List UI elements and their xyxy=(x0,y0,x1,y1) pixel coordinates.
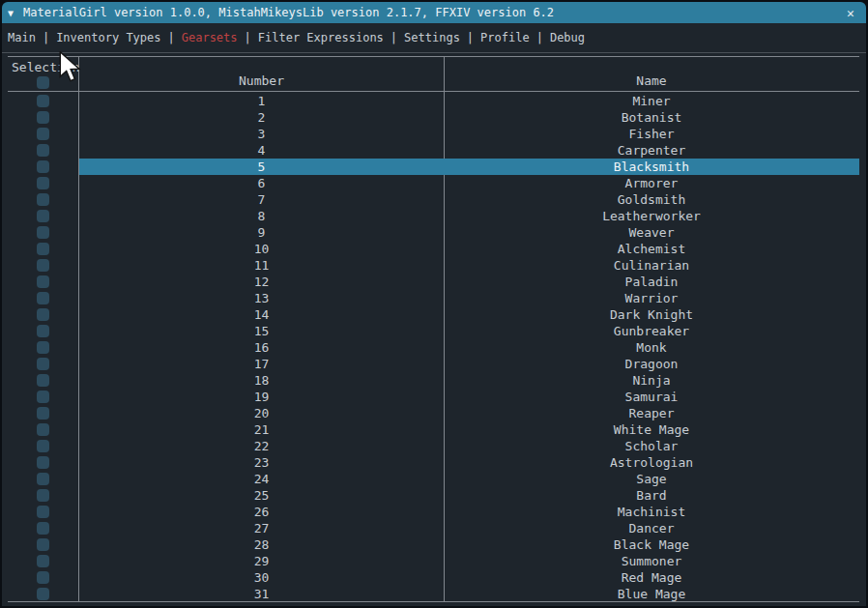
menu-item-filter-expressions[interactable]: Filter Expressions xyxy=(258,31,384,44)
row-checkbox[interactable] xyxy=(37,95,49,107)
row-checkbox[interactable] xyxy=(37,489,49,502)
row-checkbox[interactable] xyxy=(37,177,49,189)
row-number: 16 xyxy=(79,339,444,356)
row-number: 26 xyxy=(79,504,444,520)
table-row[interactable]: 27 Dancer xyxy=(8,520,859,536)
table-row[interactable]: 12 Paladin xyxy=(8,274,859,290)
menu-separator xyxy=(2,52,866,53)
row-checkbox[interactable] xyxy=(37,128,49,140)
close-icon[interactable]: ✕ xyxy=(843,6,858,20)
menu-item-debug[interactable]: Debug xyxy=(550,31,585,44)
table-row[interactable]: 14 Dark Knight xyxy=(8,306,859,323)
row-checkbox[interactable] xyxy=(37,506,49,518)
row-checkbox[interactable] xyxy=(37,440,49,452)
menu-divider: | xyxy=(536,31,543,44)
table-row[interactable]: 25 Bard xyxy=(8,487,859,504)
table-row[interactable]: 28 Black Mage xyxy=(8,536,859,553)
row-name: Dancer xyxy=(444,520,859,536)
row-checkbox[interactable] xyxy=(37,243,49,255)
table-row[interactable]: 11 Culinarian xyxy=(8,257,859,274)
row-checkbox[interactable] xyxy=(37,358,49,370)
row-number: 6 xyxy=(79,175,444,191)
row-checkbox[interactable] xyxy=(37,341,49,354)
table-row[interactable]: 8 Leatherworker xyxy=(8,208,859,224)
row-checkbox[interactable] xyxy=(37,275,49,288)
table-row[interactable]: 18 Ninja xyxy=(8,372,859,389)
table-row[interactable]: 4 Carpenter xyxy=(8,142,859,159)
plugin-window: ▼ MaterialGirl version 1.0.0, MistahMike… xyxy=(2,2,866,606)
row-checkbox[interactable] xyxy=(37,226,49,239)
table-row[interactable]: 13 Warrior xyxy=(8,290,859,306)
row-checkbox[interactable] xyxy=(37,423,49,436)
table-row[interactable]: 5 Blacksmith xyxy=(8,159,859,175)
row-checkbox[interactable] xyxy=(37,522,49,535)
table-row[interactable]: 6 Armorer xyxy=(8,175,859,191)
name-column-header[interactable]: Name xyxy=(444,73,859,88)
table-row[interactable]: 19 Samurai xyxy=(8,389,859,405)
collapse-arrow-icon[interactable]: ▼ xyxy=(8,8,23,18)
table-row[interactable]: 10 Alchemist xyxy=(8,241,859,257)
table-row[interactable]: 30 Red Mage xyxy=(8,569,859,586)
row-name: Dragoon xyxy=(444,356,859,372)
menu-item-gearsets[interactable]: Gearsets xyxy=(182,31,238,44)
table-row[interactable]: 24 Sage xyxy=(8,471,859,487)
row-checkbox[interactable] xyxy=(37,571,49,584)
row-checkbox[interactable] xyxy=(37,473,49,485)
menu-item-inventory-types[interactable]: Inventory Types xyxy=(56,31,160,44)
row-number: 11 xyxy=(79,257,444,274)
row-number: 25 xyxy=(79,487,444,504)
menu-item-settings[interactable]: Settings xyxy=(404,31,460,44)
row-number: 23 xyxy=(79,454,444,471)
row-number: 29 xyxy=(79,553,444,569)
select-all-checkbox[interactable] xyxy=(37,76,49,89)
title-bar[interactable]: ▼ MaterialGirl version 1.0.0, MistahMike… xyxy=(2,2,866,23)
table-row[interactable]: 29 Summoner xyxy=(8,553,859,569)
row-name: Bard xyxy=(444,487,859,504)
row-name: Alchemist xyxy=(444,241,859,257)
table-row[interactable]: 16 Monk xyxy=(8,339,859,356)
table-row[interactable]: 23 Astrologian xyxy=(8,454,859,471)
row-checkbox[interactable] xyxy=(37,292,49,304)
table-row[interactable]: 22 Scholar xyxy=(8,438,859,454)
row-checkbox[interactable] xyxy=(37,193,49,206)
table-row[interactable]: 31 Blue Mage xyxy=(8,586,859,602)
table-row[interactable]: 15 Gunbreaker xyxy=(8,323,859,339)
table-row[interactable]: 9 Weaver xyxy=(8,224,859,241)
row-checkbox[interactable] xyxy=(37,555,49,567)
menu-item-main[interactable]: Main xyxy=(8,31,36,44)
row-checkbox[interactable] xyxy=(37,160,49,173)
row-checkbox[interactable] xyxy=(37,374,49,387)
menu-item-profile[interactable]: Profile xyxy=(480,31,530,44)
row-number: 3 xyxy=(79,126,444,142)
table-row[interactable]: 3 Fisher xyxy=(8,126,859,142)
row-checkbox[interactable] xyxy=(37,210,49,222)
row-checkbox[interactable] xyxy=(37,308,49,321)
row-checkbox[interactable] xyxy=(37,144,49,157)
row-name: White Mage xyxy=(444,421,859,438)
row-number: 17 xyxy=(79,356,444,372)
table-row[interactable]: 2 Botanist xyxy=(8,109,859,126)
menu-bar: Main | Inventory Types | Gearsets | Filt… xyxy=(2,23,866,52)
table-row[interactable]: 21 White Mage xyxy=(8,421,859,438)
row-checkbox[interactable] xyxy=(37,259,49,272)
row-number: 15 xyxy=(79,323,444,339)
table-row[interactable]: 7 Goldsmith xyxy=(8,191,859,208)
row-number: 18 xyxy=(79,372,444,389)
row-checkbox[interactable] xyxy=(37,456,49,469)
row-checkbox[interactable] xyxy=(37,407,49,420)
gearsets-table: Selection Number Name 1 Miner 2 Botanist… xyxy=(8,56,859,602)
row-checkbox[interactable] xyxy=(37,325,49,337)
row-checkbox[interactable] xyxy=(37,538,49,551)
table-row[interactable]: 17 Dragoon xyxy=(8,356,859,372)
row-number: 14 xyxy=(79,306,444,323)
table-row[interactable]: 20 Reaper xyxy=(8,405,859,421)
row-name: Goldsmith xyxy=(444,191,859,208)
menu-divider: | xyxy=(391,31,397,44)
row-checkbox[interactable] xyxy=(37,588,49,600)
table-row[interactable]: 26 Machinist xyxy=(8,504,859,520)
number-column-header[interactable]: Number xyxy=(79,73,444,88)
row-checkbox[interactable] xyxy=(37,391,49,403)
row-checkbox[interactable] xyxy=(37,111,49,124)
table-row[interactable]: 1 Miner xyxy=(8,93,859,109)
row-name: Culinarian xyxy=(444,257,859,274)
